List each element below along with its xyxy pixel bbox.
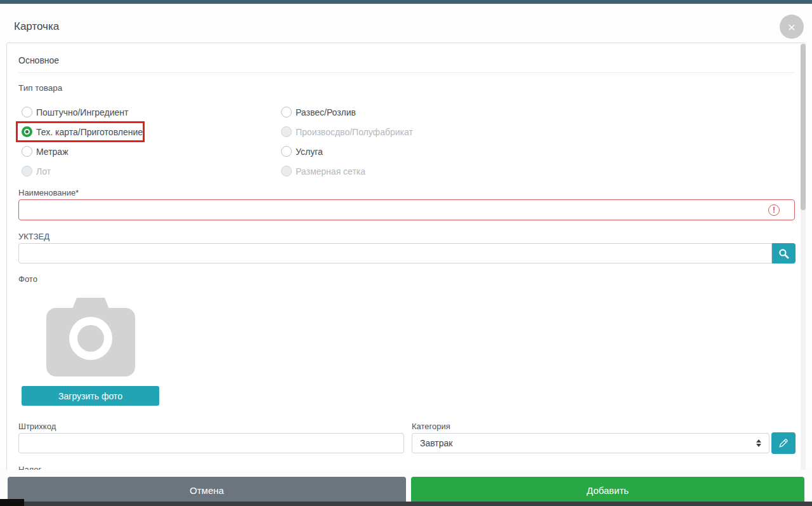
- photo-label: Фото: [18, 274, 37, 284]
- select-spinner-icon: [756, 439, 761, 447]
- radio-disabled-icon: [22, 166, 32, 176]
- close-button[interactable]: ×: [780, 15, 804, 39]
- radio-weight-pour[interactable]: Развес/Розлив: [281, 107, 356, 117]
- barcode-label: Штрихкод: [18, 422, 56, 431]
- pencil-icon: [778, 437, 789, 449]
- radio-label: Размерная сетка: [296, 166, 365, 176]
- page-bottom-strip: [0, 502, 812, 506]
- radio-disabled-icon: [281, 126, 292, 137]
- category-select[interactable]: Завтрак: [412, 433, 769, 453]
- main-panel: Основное Тип товара Поштучно/Ингредиент …: [6, 43, 806, 474]
- camera-icon: [44, 296, 138, 379]
- radio-selected-icon: [22, 126, 32, 137]
- radio-tech-card[interactable]: Тех. карта/Приготовление: [22, 126, 143, 137]
- validation-error-icon: !: [768, 204, 780, 216]
- upload-photo-button[interactable]: Загрузить фото: [22, 386, 159, 406]
- uktzed-label: УКТЗЕД: [18, 232, 49, 241]
- radio-disabled-icon: [281, 166, 292, 176]
- radio-production-semifinished: Произвосдво/Полуфабрикат: [281, 126, 413, 137]
- radio-label: Произвосдво/Полуфабрикат: [296, 127, 413, 137]
- modal-footer: Отмена Добавить: [0, 470, 812, 505]
- radio-icon: [22, 146, 32, 157]
- close-icon: ×: [788, 20, 796, 34]
- radio-icon: [281, 107, 292, 117]
- section-divider: [18, 72, 795, 73]
- search-icon: [778, 248, 789, 259]
- radio-label: Лот: [36, 166, 51, 176]
- modal-title: Карточка: [14, 20, 59, 33]
- radio-label: Тех. карта/Приготовление: [36, 127, 143, 137]
- category-label: Категория: [412, 422, 450, 431]
- section-title: Основное: [18, 55, 59, 65]
- name-input[interactable]: [18, 199, 795, 220]
- radio-piece-ingredient[interactable]: Поштучно/Ингредиент: [22, 107, 128, 117]
- page-bottom-left-corner: [0, 499, 24, 506]
- radio-label: Развес/Розлив: [296, 107, 356, 117]
- radio-metric[interactable]: Метраж: [22, 146, 69, 157]
- radio-label: Метраж: [36, 147, 69, 157]
- uktzed-search-button[interactable]: [772, 243, 796, 263]
- panel-scrollbar[interactable]: [801, 44, 806, 473]
- radio-size-grid: Размерная сетка: [281, 166, 365, 176]
- radio-icon: [22, 107, 32, 117]
- cancel-button[interactable]: Отмена: [8, 477, 406, 503]
- uktzed-input[interactable]: [18, 243, 772, 263]
- barcode-input[interactable]: [18, 433, 404, 453]
- name-label: Наименование*: [18, 188, 79, 197]
- photo-placeholder: [44, 296, 138, 379]
- scrollbar-thumb[interactable]: [801, 44, 806, 210]
- category-edit-button[interactable]: [771, 432, 796, 454]
- add-button[interactable]: Добавить: [411, 477, 804, 503]
- radio-icon: [281, 146, 292, 157]
- radio-label: Услуга: [296, 147, 323, 157]
- product-type-label: Тип товара: [18, 83, 62, 93]
- card-modal: Карточка × Основное Тип товара Поштучно/…: [0, 4, 812, 502]
- radio-lot: Лот: [22, 166, 51, 176]
- radio-service[interactable]: Услуга: [281, 146, 323, 157]
- category-selected-value: Завтрак: [420, 438, 452, 448]
- radio-label: Поштучно/Ингредиент: [36, 107, 128, 117]
